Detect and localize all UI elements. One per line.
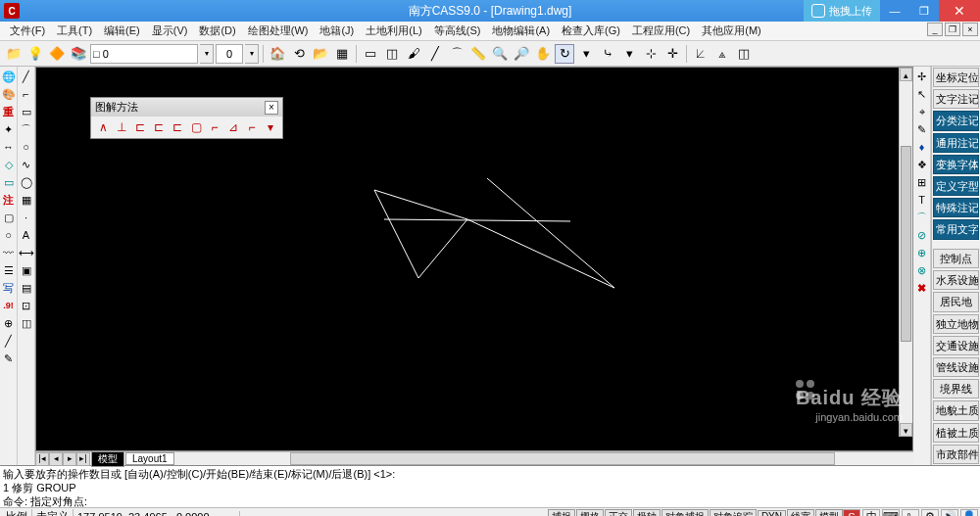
lta-xie-icon[interactable]: 写 [1,280,17,296]
gm-btn-3[interactable]: ⊏ [151,119,167,135]
rt-9-icon[interactable]: ⊘ [914,227,930,243]
field-dropdown-arrow[interactable]: ▾ [245,44,259,64]
tool-folder-icon[interactable]: 📁 [4,44,24,64]
mdi-close[interactable]: × [962,23,978,36]
gm-btn-5[interactable]: ▢ [188,119,204,135]
toggle-grid[interactable]: 栅格 [576,509,604,517]
rt-8-icon[interactable]: ⌒ [914,210,930,225]
lta-square-icon[interactable]: ▢ [1,210,17,225]
menu-eng[interactable]: 工程应用(C) [626,23,696,38]
mdi-restore[interactable]: ❐ [945,23,960,36]
menu-contour[interactable]: 等高线(S) [428,23,487,38]
close-button[interactable]: ✕ [939,0,980,22]
toggle-model[interactable]: 模型 [815,509,843,517]
ltb-line-icon[interactable]: ╱ [19,69,34,84]
maximize-button[interactable]: ❐ [909,0,939,22]
menu-draw[interactable]: 绘图处理(W) [242,23,315,38]
tray-gear-icon[interactable]: ⚙ [921,509,939,516]
ltb-circle-icon[interactable]: ○ [19,139,34,155]
tab-layout1[interactable]: Layout1 [125,452,174,465]
rp-common[interactable]: 常用文字 [933,219,979,239]
graphic-method-toolbar[interactable]: 图解方法 × ∧ ⊥ ⊏ ⊏ ⊏ ▢ ⌐ ⊿ ⌐ ▾ [90,97,283,139]
rt-3-icon[interactable]: ✎ [914,121,930,137]
tab-model[interactable]: 模型 [91,451,124,467]
rt-close-icon[interactable]: ✖ [914,280,930,296]
rt-11-icon[interactable]: ⊗ [914,262,930,278]
lta-move-icon[interactable]: ↔ [1,139,17,155]
rp-coord[interactable]: 坐标定位 [933,68,979,87]
ltb-spline-icon[interactable]: ∿ [19,157,34,172]
rp-veg[interactable]: 植被土质 [933,423,979,443]
rp-boundary[interactable]: 境界线 [933,379,979,399]
drawing-canvas[interactable]: 图解方法 × ∧ ⊥ ⊏ ⊏ ⊏ ▢ ⌐ ⊿ ⌐ ▾ ▴ [35,67,913,451]
graphic-method-close-icon[interactable]: × [265,101,278,115]
tray-punct-icon[interactable]: °, [902,509,919,516]
gm-btn-6[interactable]: ⌐ [207,119,222,135]
tab-scroll-last-icon[interactable]: ▸| [76,452,90,466]
tool-measure-icon[interactable]: 📏 [468,44,488,64]
toggle-ortho[interactable]: 正交 [605,509,632,517]
graphic-method-titlebar[interactable]: 图解方法 × [91,98,282,117]
rt-2-icon[interactable]: ⌖ [914,104,930,119]
lta-text-icon[interactable]: ☰ [1,262,17,278]
rp-traffic[interactable]: 交通设施 [933,336,979,355]
rt-5-icon[interactable]: ❖ [914,157,930,172]
gm-btn-8[interactable]: ⌐ [244,119,260,135]
rp-pipe[interactable]: 管线设施 [933,357,979,377]
field-input[interactable] [216,44,243,64]
tab-scroll-prev-icon[interactable]: ◂ [49,452,63,466]
toggle-snap[interactable]: 捕捉 [548,509,575,517]
tray-sound-icon[interactable]: 🔊 [941,509,958,516]
tray-ime-icon[interactable]: S [843,509,860,516]
rp-deffont[interactable]: 定义字型 [933,176,979,196]
tool-brush-icon[interactable]: 🖌 [404,44,423,64]
ltb-table-icon[interactable]: ▤ [19,280,34,296]
lta-pen-icon[interactable]: ✎ [1,351,17,366]
ltb-block-icon[interactable]: ▣ [19,262,34,278]
tray-lang-icon[interactable]: 中 [862,509,880,516]
tool-axis-icon[interactable]: ⟀ [691,44,710,64]
rt-7-icon[interactable]: T [914,192,930,208]
canvas-vscrollbar[interactable]: ▴ ▾ [899,68,912,437]
rp-control[interactable]: 控制点 [933,249,979,268]
ltb-rect-icon[interactable]: ▭ [19,104,34,119]
lta-wave-icon[interactable]: 〰 [1,245,17,260]
lta-slash-icon[interactable]: ╱ [1,333,17,349]
rp-generalnote[interactable]: 通用注记 [933,133,979,153]
toggle-polar[interactable]: 极轴 [633,509,661,517]
tool-color-icon[interactable]: 🔶 [47,44,67,64]
tool-zoomin-icon[interactable]: 🔍 [490,44,510,64]
lta-palette-icon[interactable]: 🎨 [1,86,17,102]
menu-objedit[interactable]: 地物编辑(A) [486,23,556,38]
tool-cross-icon[interactable]: ✛ [662,44,682,64]
lta-axis-icon[interactable]: ✦ [1,121,17,137]
ltb-m1-icon[interactable]: ⊡ [19,298,34,313]
tool-axis2-icon[interactable]: ⟁ [712,44,732,64]
menu-tools[interactable]: 工具(T) [51,23,98,38]
vscroll-thumb[interactable] [901,146,911,342]
tool-pan-icon[interactable]: ✋ [533,44,553,64]
rp-special[interactable]: 特殊注记 [933,198,979,217]
gm-btn-1[interactable]: ⊥ [114,119,129,135]
ltb-m2-icon[interactable]: ◫ [19,315,34,331]
lta-earth-icon[interactable]: 🌐 [1,69,17,84]
tool-grid-icon[interactable]: ▦ [332,44,352,64]
tool-line-icon[interactable]: ╱ [425,44,445,64]
rp-classnote[interactable]: 分类注记 [933,111,979,130]
tray-kb-icon[interactable]: ⌨ [882,509,900,516]
tool-arc-icon[interactable]: ⌒ [447,44,466,64]
menu-land[interactable]: 土地利用(L) [360,23,427,38]
menu-check[interactable]: 检查入库(G) [556,23,626,38]
rp-terrain[interactable]: 地貌土质 [933,400,979,420]
toggle-osnap[interactable]: 对象捕捉 [662,509,709,517]
layer-dropdown[interactable] [90,44,198,64]
gm-btn-4[interactable]: ⊏ [170,119,185,135]
toggle-otrack[interactable]: 对象追踪 [710,509,757,517]
tool-back-icon[interactable]: ⟲ [289,44,309,64]
rp-municipal[interactable]: 市政部件 [933,445,979,464]
tool-orbit-dd-icon[interactable]: ▾ [576,44,596,64]
tab-scroll-next-icon[interactable]: ▸ [63,452,76,466]
minimize-button[interactable]: — [880,0,909,22]
rt-6-icon[interactable]: ⊞ [914,174,930,190]
rp-textnote[interactable]: 文字注记 [933,89,979,109]
